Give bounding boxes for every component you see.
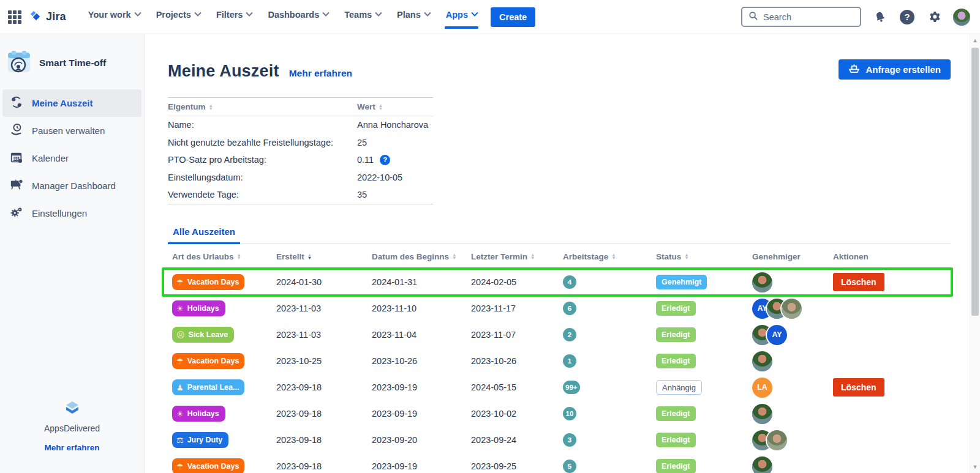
approver-avatar-initials[interactable]: AY <box>767 325 787 345</box>
scrollbar-up-arrow[interactable]: ▲ <box>972 37 978 43</box>
notifications-bell-icon[interactable] <box>872 9 888 25</box>
leave-type-cell: ☂Vacation Days <box>172 353 276 369</box>
scrollbar-thumb[interactable] <box>971 48 979 316</box>
sidebar-menu: Meine AuszeitPausen verwaltenKalenderMan… <box>0 89 144 227</box>
timeoff-row: ☂Vacation Days2024-01-302024-01-312024-0… <box>168 269 951 296</box>
property-row: Name:Anna Honcharova <box>168 116 433 134</box>
approver-avatar-initials[interactable]: LA <box>752 378 772 398</box>
global-search[interactable] <box>741 7 861 27</box>
actions-cell: Löschen <box>833 273 951 291</box>
column-header-art-des-urlaubs[interactable]: Art des Urlaubs▲▼ <box>172 252 276 261</box>
page-learn-more-link[interactable]: Mehr erfahren <box>289 68 352 79</box>
column-header-erstellt[interactable]: Erstellt▲▼ <box>276 252 372 261</box>
column-header-status[interactable]: Status▲▼ <box>656 252 752 261</box>
start-date-cell: 2023-11-04 <box>372 330 471 340</box>
status-badge: Erledigt <box>656 406 696 421</box>
sort-icon: ▲▼ <box>530 253 535 259</box>
jira-brand[interactable]: Jira <box>28 9 66 25</box>
end-date-cell: 2024-05-15 <box>471 382 563 392</box>
leave-type-label: Parental Lea... <box>187 383 239 392</box>
leave-type-badge[interactable]: ♟Parental Lea... <box>172 379 244 395</box>
parent-child-icon: ♟ <box>176 383 184 392</box>
start-date-cell: 2023-09-20 <box>372 435 471 445</box>
sidebar-item-manager-dashboard[interactable]: Manager Dashboard <box>2 172 141 199</box>
sidebar-item-label: Pausen verwalten <box>32 125 105 136</box>
timeoff-row: ☹Sick Leave2023-11-032023-11-042023-11-0… <box>168 322 951 348</box>
nav-item-dashboards[interactable]: Dashboards <box>262 1 334 28</box>
scrollbar-down-arrow[interactable]: ▼ <box>972 464 978 470</box>
status-badge: Erledigt <box>656 459 696 473</box>
leave-type-label: Jury Duty <box>187 436 223 444</box>
status-badge: Genehmigt <box>656 275 707 289</box>
end-date-cell: 2023-09-25 <box>471 461 563 471</box>
approver-avatar-photo-woman[interactable] <box>752 456 772 473</box>
nav-item-plans[interactable]: Plans <box>391 1 436 28</box>
status-badge: Erledigt <box>656 301 696 316</box>
approver-avatar-photo-woman[interactable] <box>752 404 772 424</box>
end-date-cell: 2023-11-17 <box>471 304 563 313</box>
user-avatar[interactable] <box>953 9 970 26</box>
leave-type-badge[interactable]: ☹Sick Leave <box>172 327 234 343</box>
column-header-label: Aktionen <box>833 252 869 261</box>
approver-avatar-photo-woman[interactable] <box>752 351 772 371</box>
leave-type-badge[interactable]: ☂Vacation Days <box>172 353 244 369</box>
approvers-cell <box>752 272 833 292</box>
search-input[interactable] <box>763 12 843 22</box>
leave-type-label: Vacation Days <box>187 462 239 471</box>
delete-button[interactable]: Löschen <box>833 378 884 397</box>
approver-avatar-photo-man[interactable] <box>767 430 787 450</box>
leave-type-cell: ♟Parental Lea... <box>172 379 276 395</box>
vertical-scrollbar[interactable]: ▲ ▼ <box>970 34 980 473</box>
end-date-cell: 2023-11-07 <box>471 330 563 340</box>
app-switcher-icon[interactable] <box>7 10 22 24</box>
tab-alle-auszeiten[interactable]: Alle Auszeiten <box>168 223 240 243</box>
sidebar-item-meine-auszeit[interactable]: Meine Auszeit <box>2 89 141 117</box>
leave-type-cell: ☀Holidays <box>172 300 276 316</box>
start-date-cell: 2023-10-26 <box>372 356 471 366</box>
column-header-arbeitstage[interactable]: Arbeitstage▲▼ <box>563 252 656 261</box>
column-header-datum-des-beginns[interactable]: Datum des Beginns▲▼ <box>372 252 471 261</box>
leave-type-badge[interactable]: ☀Holidays <box>172 406 225 422</box>
properties-header-eigentum[interactable]: Eigentum▲▼ <box>168 102 357 111</box>
create-button[interactable]: Create <box>491 7 535 27</box>
page-title: Meine Auszeit <box>168 62 279 81</box>
sidebar-item-pausen-verwalten[interactable]: Pausen verwalten <box>2 117 141 144</box>
nav-item-teams[interactable]: Teams <box>338 1 387 28</box>
properties-header-wert[interactable]: Wert▲▼ <box>357 102 433 111</box>
column-header-letzter-termin[interactable]: Letzter Termin▲▼ <box>471 252 563 261</box>
approver-avatar-photo-man[interactable] <box>782 299 802 319</box>
nav-item-label: Apps <box>446 10 468 20</box>
approver-avatar-photo-woman[interactable] <box>752 272 772 292</box>
sidebar-item-einstellungen[interactable]: Einstellungen <box>2 199 141 227</box>
delete-button[interactable]: Löschen <box>833 273 884 291</box>
workdays-cell: 99+ <box>563 381 656 394</box>
create-request-button[interactable]: Anfrage erstellen <box>839 59 951 80</box>
help-tooltip-icon[interactable]: ? <box>380 155 390 165</box>
nav-item-your-work[interactable]: Your work <box>82 1 146 28</box>
workdays-cell: 6 <box>563 302 656 315</box>
nav-item-apps[interactable]: Apps <box>440 1 483 28</box>
column-header-label: Genehmiger <box>752 252 801 261</box>
sidebar-item-kalender[interactable]: Kalender <box>2 144 141 172</box>
settings-gear-icon[interactable] <box>926 9 942 25</box>
approvers-cell: AY <box>752 299 833 319</box>
timeoff-row: ☀Holidays2023-11-032023-11-102023-11-176… <box>168 296 951 322</box>
chevron-down-icon <box>471 9 478 16</box>
nav-item-projects[interactable]: Projects <box>150 1 206 28</box>
leave-type-label: Sick Leave <box>189 330 228 339</box>
smart-timeoff-logo-icon <box>6 49 32 77</box>
column-header-label: Datum des Beginns <box>372 252 449 261</box>
leave-type-badge[interactable]: ⚖Jury Duty <box>172 432 228 448</box>
leave-type-badge[interactable]: ☂Vacation Days <box>172 458 244 473</box>
leave-type-badge[interactable]: ☂Vacation Days <box>172 274 244 290</box>
help-icon[interactable]: ? <box>899 9 915 25</box>
nav-item-label: Your work <box>88 10 131 20</box>
leave-type-badge[interactable]: ☀Holidays <box>172 300 225 316</box>
beach-umbrella-icon: ☂ <box>176 357 184 366</box>
nav-item-filters[interactable]: Filters <box>210 1 258 28</box>
property-row: Verwendete Tage:35 <box>168 186 433 204</box>
sidebar-learn-more-link[interactable]: Mehr erfahren <box>0 443 144 452</box>
appsdelivered-brand: AppsDelivered <box>0 423 144 433</box>
sort-icon: ▲▼ <box>307 253 312 259</box>
column-header-label: Erstellt <box>276 252 304 261</box>
